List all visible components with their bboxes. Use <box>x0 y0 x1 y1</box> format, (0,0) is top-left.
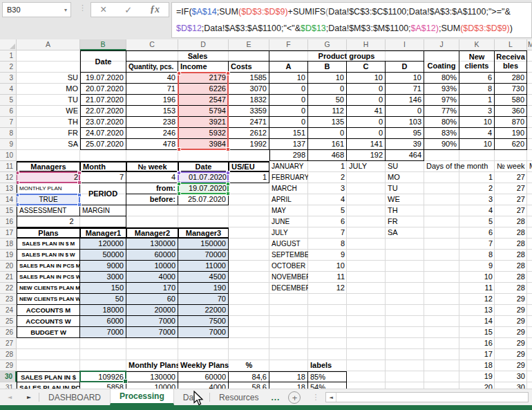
cell-K30[interactable]: 19 <box>459 371 495 382</box>
cell-G18[interactable]: 8 <box>308 239 347 250</box>
cell-K19[interactable]: 8 <box>459 250 495 261</box>
cell-K16[interactable]: 5 <box>459 216 495 227</box>
cell-D14[interactable]: 25.07.2020 <box>178 194 229 205</box>
cell-J11[interactable]: Days of the month <box>424 161 495 172</box>
cell-D17[interactable]: Manager3 <box>178 227 229 239</box>
cell-I17[interactable]: SA <box>386 227 424 239</box>
cell-D30[interactable]: 60000 <box>178 371 229 382</box>
cell-H4[interactable]: 0 <box>347 84 386 95</box>
cell-B4[interactable]: 20.07.2020 <box>80 84 126 95</box>
cell-A3[interactable]: SU <box>17 73 80 84</box>
cell-G20[interactable]: 10 <box>308 261 347 272</box>
row-header-21[interactable]: 21 <box>0 272 17 283</box>
cell-G5[interactable]: 50 <box>308 95 347 106</box>
col-header-G[interactable]: G <box>308 39 347 50</box>
row-header-12[interactable]: 12 <box>0 172 17 183</box>
cell-F16[interactable]: JUNE <box>269 216 308 227</box>
row-header-6[interactable]: 6 <box>0 106 17 117</box>
cell-I7[interactable]: 103 <box>386 117 424 128</box>
cell-C30[interactable]: 130000 <box>126 371 178 382</box>
cell-B17[interactable]: Manager1 <box>80 227 126 239</box>
cell-D6[interactable]: 5794 <box>178 106 229 117</box>
cell-I9[interactable]: 39 <box>386 139 424 150</box>
cell-E2[interactable]: Costs <box>229 62 269 73</box>
cell-F11[interactable]: JANUARY <box>269 161 308 172</box>
insert-function-icon[interactable]: ƒx <box>150 4 160 15</box>
cell-K3[interactable]: 6 <box>459 73 495 84</box>
cell-A19[interactable]: SALES PLAN IN $ W <box>17 250 80 261</box>
cell-H7[interactable]: 0 <box>347 117 386 128</box>
cell-A20[interactable]: SALES PLAN IN PCS M <box>17 261 80 272</box>
cell-F2[interactable]: A <box>269 62 308 73</box>
cell-K5[interactable]: 1 <box>459 95 495 106</box>
scrollbar-left-arrow-icon[interactable]: ◄ <box>326 393 336 402</box>
cell-D20[interactable]: 11000 <box>178 261 229 272</box>
cell-E12[interactable]: 1 <box>229 172 269 183</box>
cell-C3[interactable]: 40 <box>126 73 178 84</box>
cell-D9[interactable]: 3984 <box>178 139 229 150</box>
cell-F1[interactable]: Product groups <box>269 50 424 62</box>
cell-D8[interactable]: 5932 <box>178 128 229 139</box>
cell-K20[interactable]: 9 <box>459 261 495 272</box>
cell-A4[interactable]: MO <box>17 84 80 95</box>
cell-C12[interactable]: 4 <box>126 172 178 183</box>
col-header-L[interactable]: L <box>495 39 527 50</box>
cell-D25[interactable]: 7500 <box>178 316 229 327</box>
cell-J1[interactable]: Coating <box>424 50 459 73</box>
cell-J7[interactable]: 80% <box>424 117 459 128</box>
row-header-3[interactable]: 3 <box>0 73 17 84</box>
row-header-14[interactable]: 14 <box>0 194 17 205</box>
cell-D5[interactable]: 2547 <box>178 95 229 106</box>
cell-A14[interactable]: TRUE <box>17 194 80 205</box>
cell-B13[interactable]: PERIOD <box>80 183 126 205</box>
col-header-B[interactable]: B <box>80 39 126 50</box>
cell-I10[interactable]: 464 <box>386 150 424 161</box>
cell-J3[interactable]: 80% <box>424 73 459 84</box>
cell-D2[interactable]: Income <box>178 62 229 73</box>
cell-L23[interactable]: 29 <box>495 294 527 305</box>
cell-J5[interactable]: 97% <box>424 95 459 106</box>
cell-G8[interactable]: 0 <box>308 128 347 139</box>
cell-E30[interactable]: 84,6 <box>229 371 269 382</box>
cell-B19[interactable]: 50000 <box>80 250 126 261</box>
cell-K31[interactable]: 20 <box>459 382 495 389</box>
row-header-17[interactable]: 17 <box>0 227 17 239</box>
cell-C24[interactable]: 20000 <box>126 305 178 316</box>
cell-G10[interactable]: 468 <box>308 150 347 161</box>
row-header-1[interactable]: 1 <box>0 50 17 62</box>
cell-I2[interactable]: D <box>386 62 424 73</box>
cell-G12[interactable]: 2 <box>308 172 347 183</box>
add-sheet-button[interactable]: + <box>288 391 301 404</box>
cell-E11[interactable]: US/EU <box>229 161 269 172</box>
cell-E9[interactable]: 1992 <box>229 139 269 150</box>
cell-L17[interactable]: 28 <box>495 227 527 239</box>
cell-D31[interactable]: 4000 <box>178 382 229 389</box>
cell-A17[interactable]: Plans <box>17 227 80 239</box>
cell-C11[interactable]: № week <box>126 161 178 172</box>
cell-A9[interactable]: SA <box>17 139 80 150</box>
cell-B23[interactable]: 50 <box>80 294 126 305</box>
cell-B15[interactable]: MARGIN <box>80 205 126 216</box>
cell-K1[interactable]: New clients <box>459 50 495 73</box>
row-header-28[interactable]: 28 <box>0 349 17 360</box>
formula-input[interactable]: =IF($A$14;SUM($D$3:$D$9)+SUMIFS(Data!$C$… <box>171 2 532 38</box>
cell-G19[interactable]: 9 <box>308 250 347 261</box>
tabbar-splitter-icon[interactable]: ⋮ <box>305 389 325 405</box>
cell-K15[interactable]: 4 <box>459 205 495 216</box>
cell-K12[interactable]: 1 <box>459 172 495 183</box>
cell-F9[interactable]: 137 <box>269 139 308 150</box>
cell-A13[interactable]: MONTHLY PLAN <box>17 183 80 194</box>
cell-K27[interactable]: 16 <box>459 338 495 349</box>
cell-A26[interactable]: BUDGET W <box>17 327 80 338</box>
cell-G21[interactable]: 11 <box>308 272 347 283</box>
row-header-10[interactable]: 10 <box>0 150 17 161</box>
sheet-grid[interactable]: ABCDEFGHIJKLM123456789101112131415161718… <box>0 39 532 389</box>
cell-L26[interactable]: 29 <box>495 327 527 338</box>
tab-scroll-left-icon[interactable]: ◄ <box>0 389 19 405</box>
cell-G16[interactable]: 6 <box>308 216 347 227</box>
cell-F20[interactable]: OCTOBER <box>269 261 308 272</box>
cell-A30[interactable]: SALES PLAN IN $ <box>17 371 80 382</box>
row-header-23[interactable]: 23 <box>0 294 17 305</box>
cell-A12[interactable]: 2 <box>17 172 80 183</box>
cell-A22[interactable]: NEW CLIENTS PLAN M <box>17 283 80 294</box>
